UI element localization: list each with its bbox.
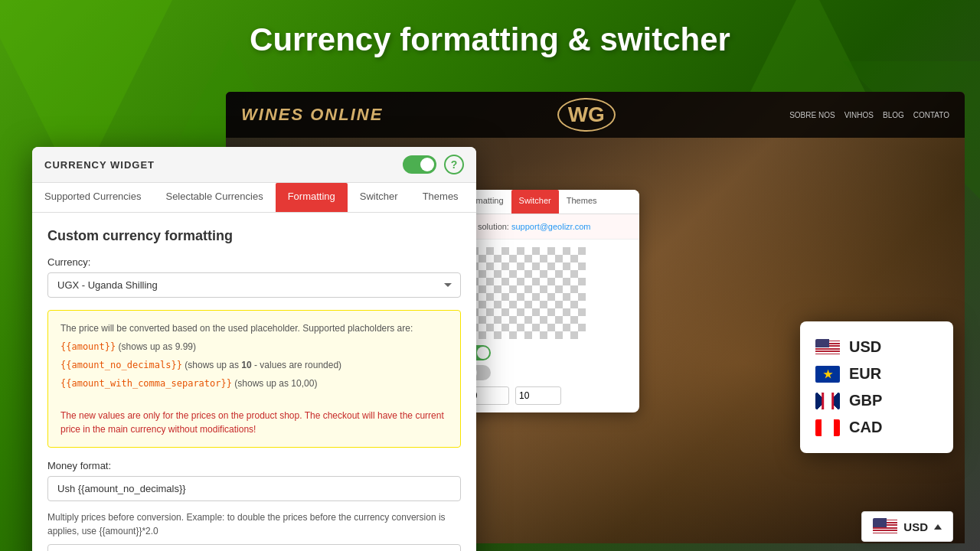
money-format-input[interactable] bbox=[47, 476, 461, 501]
flag-eur-large: ★ bbox=[815, 366, 840, 383]
widget-panel-2: Formatting Switcher Themes per solution:… bbox=[456, 190, 639, 412]
currency-widget-panel: CURRENCY WIDGET ? Supported Currencies S… bbox=[32, 147, 476, 551]
support-email[interactable]: support@geolizr.com bbox=[511, 222, 591, 231]
number-input-2[interactable] bbox=[515, 386, 561, 405]
code-gbp-large: GBP bbox=[849, 392, 882, 409]
info-line2: {{amount}} (shows up as 9.99) bbox=[60, 340, 448, 354]
currency-switcher-large: USD ★ EUR GBP CAD bbox=[800, 321, 953, 453]
wine-nav: WINES ONLINE WG SOBRE NOS VINHOS BLOG CO… bbox=[226, 92, 965, 138]
multiply-label: Multiply prices before conversion. Examp… bbox=[47, 510, 461, 538]
code-usd-bottom: USD bbox=[903, 520, 928, 533]
widget2-toggle-row1 bbox=[463, 345, 632, 360]
flag-cad-large bbox=[815, 419, 840, 436]
info-line4: {{amount_with_comma_separator}} (shows u… bbox=[60, 377, 448, 390]
page-title: Currency formatting & switcher bbox=[0, 21, 980, 58]
code-amount-no-dec: {{amount_no_decimals}} bbox=[60, 360, 182, 370]
tab-formatting-label: Formatting bbox=[288, 191, 335, 202]
flag-gbp-large bbox=[815, 393, 840, 409]
widget-body: Custom currency formatting Currency: UGX… bbox=[32, 213, 476, 551]
info-desc2: (shows up as 10 - values are rounded) bbox=[185, 360, 341, 370]
tab-formatting[interactable]: Formatting bbox=[276, 183, 348, 212]
flag-usd-large bbox=[815, 339, 840, 356]
wine-logo-left: WINES ONLINE bbox=[241, 105, 383, 125]
tab-selectable-label: Selectable Currencies bbox=[165, 191, 263, 202]
info-line1: The price will be converted based on the… bbox=[60, 321, 448, 335]
cs-item-usd: USD bbox=[815, 334, 938, 360]
wine-nav-links: SOBRE NOS VINHOS BLOG CONTATO bbox=[789, 111, 949, 119]
money-format-label: Money format: bbox=[47, 460, 461, 471]
info-line3: {{amount_no_decimals}} (shows up as 10 -… bbox=[60, 358, 448, 372]
widget2-toggle-row2 bbox=[463, 365, 632, 380]
currency-label: Currency: bbox=[47, 256, 461, 268]
expand-icon bbox=[934, 524, 942, 530]
tab2-switcher[interactable]: Switcher bbox=[511, 190, 559, 214]
tab-supported-currencies[interactable]: Supported Currencies bbox=[32, 183, 153, 212]
widget-title: CURRENCY WIDGET bbox=[44, 159, 155, 171]
info-desc1: (shows up as 9.99) bbox=[119, 341, 196, 352]
cs-item-cad: CAD bbox=[815, 414, 938, 441]
widget-header-controls: ? bbox=[403, 155, 464, 174]
multiply-label-text: Multiply prices before conversion. Examp… bbox=[47, 512, 446, 536]
cs-item-eur: ★ EUR bbox=[815, 360, 938, 387]
tab2-switcher-label: Switcher bbox=[519, 196, 551, 205]
info-desc3: (shows up as 10,00) bbox=[234, 378, 317, 389]
tab-switcher-label: Switcher bbox=[360, 191, 398, 202]
widget2-tabs: Formatting Switcher Themes bbox=[456, 190, 639, 214]
tab2-themes[interactable]: Themes bbox=[559, 190, 605, 214]
info-box: The price will be converted based on the… bbox=[47, 310, 461, 448]
widget-header: CURRENCY WIDGET ? bbox=[32, 147, 476, 183]
cs-item-gbp: GBP bbox=[815, 387, 938, 414]
usd-bottom-bar[interactable]: USD bbox=[861, 511, 953, 542]
multiply-input[interactable] bbox=[47, 544, 461, 551]
widget2-support: per solution: support@geolizr.com bbox=[456, 214, 639, 240]
code-usd-large: USD bbox=[849, 338, 881, 356]
nav-link-1: SOBRE NOS bbox=[789, 111, 835, 119]
code-eur-large: EUR bbox=[849, 365, 881, 383]
code-cad-large: CAD bbox=[849, 419, 882, 436]
help-icon[interactable]: ? bbox=[444, 155, 464, 174]
checkerboard-preview bbox=[463, 247, 586, 339]
tab-switcher[interactable]: Switcher bbox=[348, 183, 410, 212]
flag-usd-bottom bbox=[873, 518, 897, 535]
widget2-number-inputs bbox=[463, 386, 632, 405]
section-title: Custom currency formatting bbox=[47, 228, 461, 244]
tab-selectable-currencies[interactable]: Selectable Currencies bbox=[153, 183, 275, 212]
code-amount-comma: {{amount_with_comma_separator}} bbox=[60, 378, 232, 389]
tab-supported-label: Supported Currencies bbox=[44, 191, 141, 202]
tab2-themes-label: Themes bbox=[567, 196, 597, 205]
nav-link-4: CONTATO bbox=[913, 111, 949, 119]
nav-link-2: VINHOS bbox=[844, 111, 874, 119]
tab-themes-label: Themes bbox=[423, 191, 459, 202]
nav-link-3: BLOG bbox=[883, 111, 904, 119]
widget-tabs: Supported Currencies Selectable Currenci… bbox=[32, 183, 476, 213]
code-amount: {{amount}} bbox=[60, 341, 116, 352]
tab-themes[interactable]: Themes bbox=[410, 183, 471, 212]
widget-toggle[interactable] bbox=[403, 155, 436, 174]
info-warning: The new values are only for the prices o… bbox=[60, 409, 448, 436]
wine-logo-center: WG bbox=[557, 98, 616, 132]
widget2-preview-area bbox=[456, 240, 639, 412]
currency-select[interactable]: UGX - Uganda Shilling USD - US Dollar EU… bbox=[47, 272, 461, 298]
info-text-1: The price will be converted based on the… bbox=[60, 323, 413, 334]
